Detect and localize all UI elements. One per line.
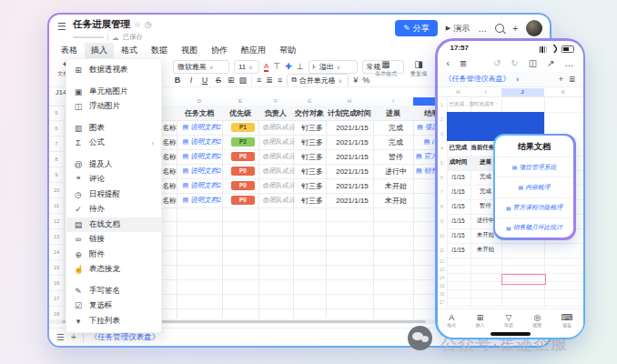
- align-center-button[interactable]: ≣: [266, 76, 273, 85]
- row-number[interactable]: 11: [49, 198, 64, 214]
- redo-icon[interactable]: ↻: [511, 58, 518, 68]
- column-header-selected[interactable]: J: [501, 88, 544, 96]
- row-number[interactable]: 16: [49, 276, 64, 291]
- row-number[interactable]: 10: [49, 183, 64, 198]
- merge-cells-button[interactable]: ⧉ 合并单元格 ∨: [287, 74, 349, 87]
- valign-top-icon[interactable]: ⊤: [273, 62, 280, 71]
- cell-due[interactable]: 2021/1/15: [329, 167, 376, 176]
- app-menu-icon[interactable]: ☰: [57, 21, 66, 33]
- column-header[interactable]: E: [222, 97, 258, 106]
- row-number[interactable]: 3: [438, 126, 447, 141]
- menu-item-cell-image[interactable]: ▣单元格图片: [66, 85, 161, 100]
- bold-button[interactable]: B: [173, 76, 182, 85]
- row-number[interactable]: 12: [438, 258, 447, 266]
- row-number[interactable]: 5: [49, 106, 64, 121]
- menu-item-checkbox[interactable]: ☑复选框: [66, 298, 161, 314]
- cell-due[interactable]: /1/15: [447, 203, 470, 209]
- outline-icon[interactable]: ≣: [460, 58, 467, 68]
- phone-sheet-tab[interactable]: 《任务管理仪表盘》: [445, 74, 511, 84]
- sheet-tab-dashboard[interactable]: 《任务管理仪表盘》: [90, 332, 160, 343]
- keyboard-button[interactable]: ⌨键盘: [561, 313, 573, 328]
- result-doc-link[interactable]: ▤项目管理系统: [495, 157, 573, 177]
- borders-button[interactable]: ⊞: [228, 76, 235, 85]
- row-number[interactable]: 17: [438, 298, 447, 307]
- column-header[interactable]: H: [447, 88, 470, 96]
- valign-bottom-icon[interactable]: ⊥: [297, 62, 304, 71]
- row-number[interactable]: 7: [49, 136, 64, 152]
- row-number[interactable]: 14: [49, 245, 64, 260]
- cell-priority[interactable]: P1: [225, 123, 261, 132]
- summary-cell[interactable]: 已完成: [447, 144, 470, 152]
- sheet-list-icon[interactable]: ☰: [56, 332, 65, 342]
- cell-task-doc[interactable]: ▤说明文档2: [179, 181, 225, 190]
- header-deliver[interactable]: 交付对象: [293, 108, 326, 118]
- row-number[interactable]: 9: [49, 167, 64, 183]
- add-sheet-icon[interactable]: +: [559, 75, 563, 84]
- cell-progress[interactable]: 完成: [376, 137, 416, 147]
- menu-item-chart[interactable]: ▥图表: [66, 121, 161, 136]
- font-family-select[interactable]: 微软雅黑 ∨: [173, 60, 229, 74]
- row-number[interactable]: 15: [49, 260, 64, 276]
- font-color-button[interactable]: A: [264, 62, 268, 72]
- header-task-doc[interactable]: 任务文档: [177, 108, 222, 118]
- header-due[interactable]: 计划完成时间: [326, 108, 373, 118]
- more-icon[interactable]: …: [565, 58, 574, 68]
- column-header[interactable]: K: [544, 88, 583, 96]
- cell-due[interactable]: /1/15: [447, 247, 470, 253]
- add-sheet-icon[interactable]: +: [71, 332, 76, 342]
- plus-icon[interactable]: +: [512, 24, 518, 34]
- header-priority[interactable]: 优先级: [222, 108, 258, 118]
- underline-button[interactable]: U: [200, 76, 209, 85]
- row-number[interactable]: 9: [438, 214, 447, 228]
- column-header[interactable]: D: [177, 97, 222, 106]
- cell-task-doc[interactable]: ▤说明文档2: [179, 137, 225, 147]
- text-overflow-select[interactable]: ⊦ 溢出 ∨: [308, 60, 358, 74]
- menu-table[interactable]: 表格: [55, 43, 84, 58]
- cell-owner[interactable]: @团队成员: [261, 181, 296, 190]
- cell-owner[interactable]: @团队成员: [261, 196, 296, 205]
- menu-item-signature[interactable]: ✎手写签名: [66, 284, 161, 299]
- cell-deliver[interactable]: 钉三多: [296, 181, 329, 191]
- insert-button[interactable]: ⊞插入: [476, 313, 485, 328]
- cell-deliver[interactable]: 钉三多: [296, 152, 329, 162]
- header-due[interactable]: 成时间: [447, 156, 470, 170]
- menu-item-todo[interactable]: ✓待办: [66, 202, 161, 217]
- cell-due[interactable]: /1/15: [447, 232, 470, 238]
- row-number[interactable]: 1: [438, 97, 447, 112]
- result-doc-link[interactable]: ▤内容梳理: [495, 177, 573, 197]
- cell-due[interactable]: /1/15: [447, 188, 470, 195]
- align-right-button[interactable]: ≡: [278, 76, 282, 85]
- cell-owner[interactable]: @团队成员: [261, 152, 296, 161]
- align-left-button[interactable]: ≡: [257, 76, 261, 85]
- menu-insert[interactable]: 插入: [85, 43, 114, 58]
- cell-progress[interactable]: 未开始: [376, 181, 416, 191]
- cell-progress[interactable]: 完成: [376, 123, 416, 133]
- cell-due[interactable]: 2021/1/15: [329, 182, 376, 190]
- result-doc-link[interactable]: ▤官方课程功能梳理: [495, 198, 573, 218]
- column-header[interactable]: I: [470, 88, 501, 96]
- column-header[interactable]: F: [258, 97, 293, 106]
- present-button[interactable]: ▶ 演示: [446, 23, 470, 35]
- cell-task-doc[interactable]: ▤说明文档2: [179, 196, 225, 205]
- strikethrough-button[interactable]: S: [214, 76, 223, 85]
- row-number[interactable]: 12: [49, 214, 64, 229]
- cell-deliver[interactable]: 钉三多: [296, 137, 329, 147]
- menu-item-dropdown-list[interactable]: ▾下拉列表: [66, 314, 161, 329]
- cell-priority[interactable]: P0: [225, 152, 261, 161]
- italic-button[interactable]: I: [187, 76, 196, 85]
- cell-deliver[interactable]: 钉三多: [296, 167, 329, 177]
- row-number[interactable]: 6: [49, 121, 64, 136]
- cell-due[interactable]: 2021/1/15: [329, 153, 376, 161]
- row-number[interactable]: 18: [49, 307, 64, 318]
- menu-collab[interactable]: 协作: [205, 43, 234, 58]
- view-button[interactable]: ◎视图: [532, 313, 541, 328]
- avatar[interactable]: [526, 20, 542, 36]
- cell-task-doc[interactable]: ▤说明文档2: [179, 167, 225, 176]
- menu-item-floating-image[interactable]: ◫浮动图片: [66, 99, 161, 115]
- column-header[interactable]: I: [373, 97, 413, 106]
- percent-format-button[interactable]: %: [362, 76, 369, 85]
- cell-due[interactable]: 2021/1/15: [329, 138, 376, 147]
- more-icon[interactable]: …: [478, 24, 487, 34]
- row-number[interactable]: 16: [438, 290, 447, 298]
- header-owner[interactable]: 负责人: [258, 108, 293, 118]
